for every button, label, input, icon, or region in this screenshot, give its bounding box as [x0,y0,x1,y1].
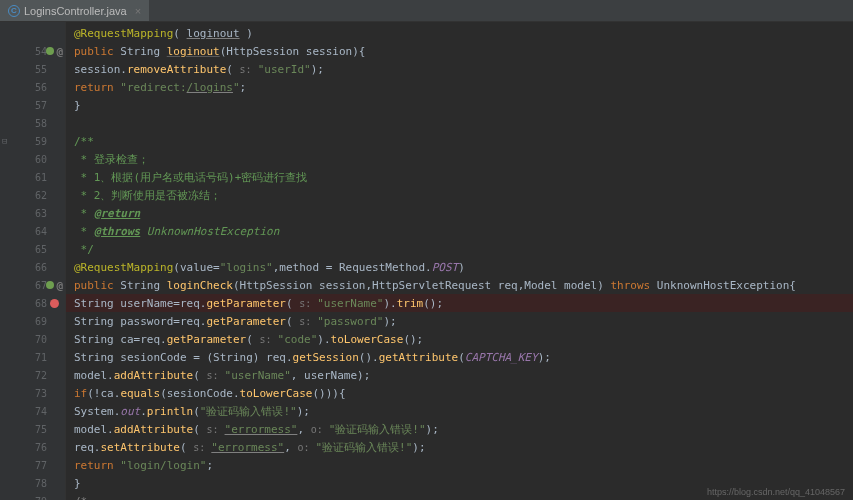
line-number: 71 [19,352,47,363]
gutter-line[interactable]: 59⊟ [0,132,65,150]
gutter-line[interactable]: 62 [0,186,65,204]
annotation-icon: @ [56,45,63,58]
line-number: 72 [19,370,47,381]
code-line: return "login/login"; [74,456,853,474]
gutter-line[interactable]: 63 [0,204,65,222]
code-line: public String loginCheck(HttpSession ses… [74,276,853,294]
line-number: 70 [19,334,47,345]
line-number: 57 [19,100,47,111]
line-number: 77 [19,460,47,471]
line-number: 76 [19,442,47,453]
line-number: 68 [19,298,47,309]
line-number: 63 [19,208,47,219]
code-line: * 2、判断使用是否被冻结； [74,186,853,204]
close-icon[interactable]: × [135,5,141,17]
code-line: String password=req.getParameter( s: "pa… [74,312,853,330]
line-number: 58 [19,118,47,129]
gutter-line[interactable]: 69 [0,312,65,330]
gutter-marker[interactable]: @ [46,279,63,292]
code-line: */ [74,240,853,258]
line-number: 54 [19,46,47,57]
gutter-line[interactable]: 56 [0,78,65,96]
code-line: model.addAttribute( s: "errormess", o: "… [74,420,853,438]
gutter-line[interactable]: 78 [0,474,65,492]
line-number: 60 [19,154,47,165]
gutter-line[interactable]: 54@ [0,42,65,60]
gutter-line[interactable]: 55 [0,60,65,78]
code-line: System.out.println("验证码输入错误!"); [74,402,853,420]
gutter-line[interactable]: 72 [0,366,65,384]
breakpoint-icon[interactable] [50,299,59,308]
code-line: return "redirect:/logins"; [74,78,853,96]
gutter-line[interactable]: 65 [0,240,65,258]
tab-filename: LoginsController.java [24,5,127,17]
code-line: /** [74,132,853,150]
gutter-line[interactable] [0,24,65,42]
implements-icon [46,47,54,55]
code-line: } [74,96,853,114]
gutter-line[interactable]: 74 [0,402,65,420]
implements-icon [46,281,54,289]
gutter-line[interactable]: 73 [0,384,65,402]
gutter-line[interactable]: 70 [0,330,65,348]
code-line: * @throws UnknownHostException [74,222,853,240]
line-number: 74 [19,406,47,417]
fold-icon[interactable]: ⊟ [2,136,7,146]
code-line: model.addAttribute( s: "userName", userN… [74,366,853,384]
code-line: if(!ca.equals(sesionCode.toLowerCase()))… [74,384,853,402]
line-number: 65 [19,244,47,255]
annotation-icon: @ [56,279,63,292]
gutter: 54@5556575859⊟6061626364656667@686970717… [0,22,66,500]
code-line: * 登录检查； [74,150,853,168]
gutter-line[interactable]: 66 [0,258,65,276]
line-number: 62 [19,190,47,201]
gutter-line[interactable]: 67@ [0,276,65,294]
gutter-line[interactable]: 64 [0,222,65,240]
code-line: * 1、根据(用户名或电话号码)+密码进行查找 [74,168,853,186]
code-line-current: String userName=req.getParameter( s: "us… [66,294,853,312]
code-line: public String loginout(HttpSession sessi… [74,42,853,60]
java-class-icon: C [8,5,20,17]
code-line: @RequestMapping(value="logins",method = … [74,258,853,276]
line-number: 64 [19,226,47,237]
code-line: session.removeAttribute( s: "userId"); [74,60,853,78]
watermark: https://blog.csdn.net/qq_41048567 [707,487,845,497]
tab-bar: C LoginsController.java × [0,0,853,22]
code-line: * @return [74,204,853,222]
editor: 54@5556575859⊟6061626364656667@686970717… [0,22,853,500]
line-number: 67 [19,280,47,291]
code-line [74,114,853,132]
line-number: 75 [19,424,47,435]
line-number: 61 [19,172,47,183]
line-number: 55 [19,64,47,75]
gutter-line[interactable]: 68 [0,294,65,312]
gutter-line[interactable]: 75 [0,420,65,438]
line-number: 56 [19,82,47,93]
gutter-line[interactable]: 60 [0,150,65,168]
gutter-marker[interactable]: @ [46,45,63,58]
line-number: 69 [19,316,47,327]
code-line: String sesionCode = (String) req.getSess… [74,348,853,366]
gutter-line[interactable]: 76 [0,438,65,456]
line-number: 73 [19,388,47,399]
line-number: 78 [19,478,47,489]
gutter-line[interactable]: 58 [0,114,65,132]
gutter-line[interactable]: 61 [0,168,65,186]
code-area[interactable]: @RequestMapping( loginout ) public Strin… [66,22,853,500]
code-line: String ca=req.getParameter( s: "code").t… [74,330,853,348]
gutter-line[interactable]: 77 [0,456,65,474]
line-number: 66 [19,262,47,273]
gutter-line[interactable]: 79 [0,492,65,500]
gutter-line[interactable]: 71 [0,348,65,366]
code-line: req.setAttribute( s: "errormess", o: "验证… [74,438,853,456]
gutter-line[interactable]: 57 [0,96,65,114]
line-number: 59 [19,136,47,147]
code-line: @RequestMapping( loginout ) [74,24,853,42]
line-number: 79 [19,496,47,501]
file-tab[interactable]: C LoginsController.java × [0,0,149,21]
